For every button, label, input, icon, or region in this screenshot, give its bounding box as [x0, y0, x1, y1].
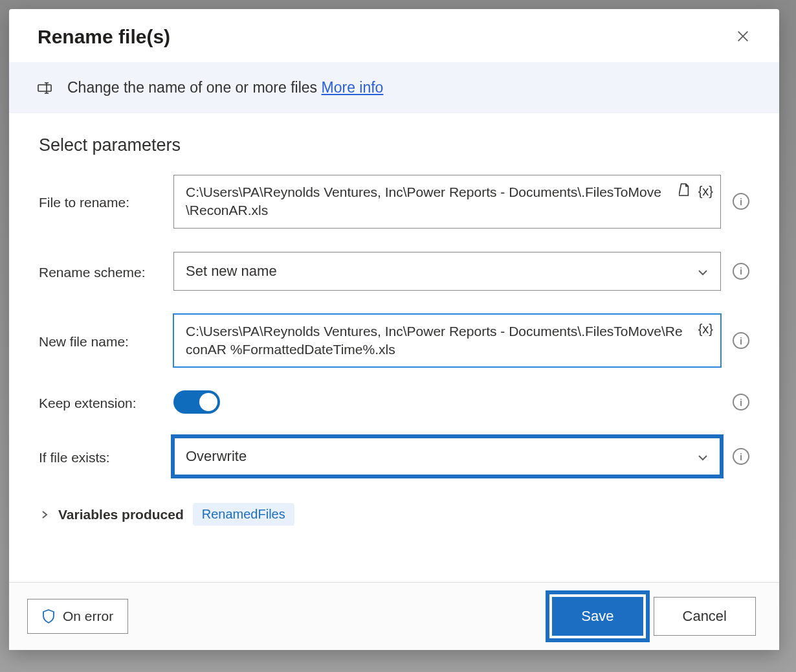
- info-icon[interactable]: i: [733, 394, 749, 410]
- if-file-exists-value: Overwrite: [186, 448, 247, 464]
- dialog-header: Rename file(s): [9, 9, 779, 62]
- label-rename-scheme: Rename scheme:: [39, 262, 162, 280]
- label-if-file-exists: If file exists:: [39, 447, 162, 465]
- info-bar: Change the name of one or more files Mor…: [9, 62, 779, 113]
- info-description: Change the name of one or more files: [67, 79, 317, 96]
- chevron-down-icon: [697, 451, 709, 462]
- label-new-file-name: New file name:: [39, 331, 162, 350]
- param-file-to-rename: File to rename: C:\Users\PA\Reynolds Ven…: [39, 175, 749, 229]
- save-button[interactable]: Save: [552, 597, 643, 636]
- dialog-footer: On error Save Cancel: [9, 582, 779, 650]
- on-error-label: On error: [63, 609, 113, 624]
- shield-icon: [42, 609, 55, 623]
- variables-produced-label: Variables produced: [58, 507, 184, 522]
- param-new-file-name: New file name: C:\Users\PA\Reynolds Vent…: [39, 314, 749, 368]
- rename-scheme-select[interactable]: Set new name: [173, 252, 721, 291]
- variable-picker-icon[interactable]: {x}: [698, 322, 713, 337]
- cancel-button[interactable]: Cancel: [654, 597, 756, 636]
- chevron-right-icon[interactable]: [40, 506, 49, 523]
- variable-chip-renamedfiles[interactable]: RenamedFiles: [193, 503, 294, 526]
- info-text: Change the name of one or more files Mor…: [67, 79, 383, 96]
- info-icon[interactable]: i: [733, 193, 749, 210]
- param-if-file-exists: If file exists: Overwrite i: [39, 437, 749, 476]
- variables-produced-row: Variables produced RenamedFiles: [39, 499, 749, 535]
- rename-files-dialog: Rename file(s) Change the name of one or…: [9, 9, 779, 650]
- info-icon[interactable]: i: [733, 332, 749, 349]
- param-rename-scheme: Rename scheme: Set new name i: [39, 252, 749, 291]
- keep-extension-toggle[interactable]: [173, 390, 220, 414]
- svg-rect-0: [38, 85, 51, 91]
- label-file-to-rename: File to rename:: [39, 192, 162, 210]
- section-title: Select parameters: [39, 135, 749, 155]
- info-icon[interactable]: i: [733, 448, 749, 465]
- param-keep-extension: Keep extension: i: [39, 390, 749, 414]
- chevron-down-icon: [697, 265, 709, 277]
- rename-scheme-value: Set new name: [186, 263, 277, 279]
- dialog-title: Rename file(s): [38, 26, 170, 48]
- rename-icon: [38, 82, 56, 95]
- more-info-link[interactable]: More info: [322, 79, 384, 96]
- variable-picker-icon[interactable]: {x}: [698, 184, 713, 199]
- info-icon[interactable]: i: [733, 263, 749, 280]
- label-keep-extension: Keep extension:: [39, 393, 162, 411]
- if-file-exists-select[interactable]: Overwrite: [173, 437, 721, 476]
- file-picker-icon[interactable]: [679, 183, 691, 200]
- dialog-body: Select parameters File to rename: C:\Use…: [9, 113, 779, 582]
- close-icon[interactable]: [735, 29, 751, 45]
- new-file-name-input[interactable]: C:\Users\PA\Reynolds Ventures, Inc\Power…: [173, 314, 721, 368]
- file-to-rename-input[interactable]: C:\Users\PA\Reynolds Ventures, Inc\Power…: [173, 175, 721, 229]
- on-error-button[interactable]: On error: [27, 599, 128, 634]
